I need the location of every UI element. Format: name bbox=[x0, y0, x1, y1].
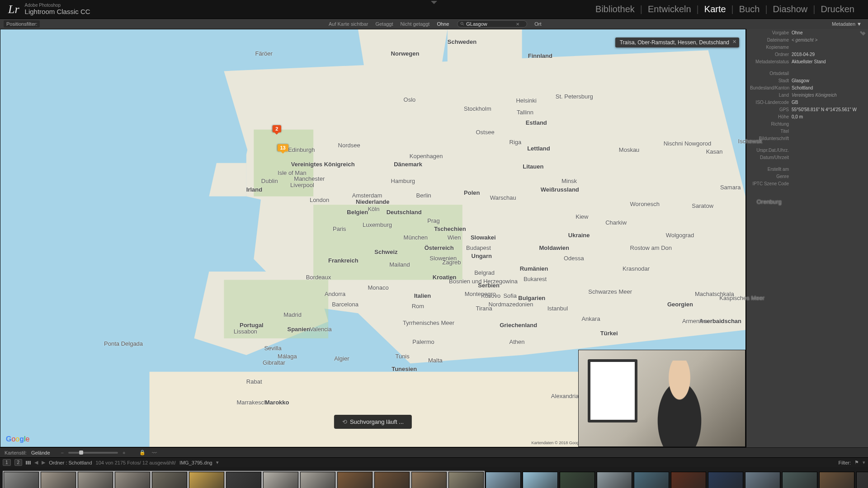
module-entwickeln[interactable]: Entwickeln bbox=[642, 4, 697, 14]
clear-search-icon[interactable]: ✕ bbox=[516, 22, 519, 27]
metadata-field[interactable]: MetadatenstatusAktuellster Stand bbox=[746, 58, 868, 65]
metadata-key: GPS bbox=[750, 107, 792, 112]
module-diashow[interactable]: Diashow bbox=[768, 4, 813, 14]
metadata-field[interactable]: Datum/Uhrzeit bbox=[746, 154, 868, 161]
map-pin[interactable]: 13 bbox=[277, 144, 288, 151]
filmstrip-thumb[interactable] bbox=[263, 472, 298, 488]
filmstrip-thumb[interactable] bbox=[523, 472, 558, 488]
filmstrip[interactable]: • • • •• • • •• • • •• • • •• • • • bbox=[0, 467, 868, 488]
metadata-field[interactable]: Kopiename bbox=[746, 43, 868, 51]
metadata-field[interactable]: Genre bbox=[746, 173, 868, 180]
metadata-key: Kopiename bbox=[750, 45, 792, 50]
metadata-value[interactable]: GB bbox=[792, 100, 864, 105]
metadata-field[interactable]: Ordner2018-04-29 bbox=[746, 51, 868, 58]
metadata-key: Dateiname bbox=[750, 38, 792, 42]
filmstrip-thumb[interactable] bbox=[189, 472, 224, 488]
metadata-field[interactable]: Erstellt am bbox=[746, 165, 868, 173]
metadata-field[interactable]: Urspr.Dat./Uhrz. bbox=[746, 146, 868, 154]
filmstrip-thumb[interactable] bbox=[634, 472, 669, 488]
location-filter-auf-karte-sichtbar[interactable]: Auf Karte sichtbar bbox=[325, 21, 372, 27]
metadata-value[interactable]: Vereinigtes Königreich bbox=[792, 93, 864, 98]
map-search-input[interactable] bbox=[466, 21, 516, 27]
source-path[interactable]: Ordner : Schottland bbox=[49, 460, 92, 465]
metadata-value[interactable]: 0,0 m bbox=[792, 114, 864, 119]
map-search-field[interactable]: ✕ bbox=[457, 20, 527, 28]
filmstrip-thumb[interactable] bbox=[226, 472, 261, 488]
flag-filter-icon[interactable]: ⚑ bbox=[854, 460, 859, 465]
metadata-value[interactable]: 2018-04-29 bbox=[792, 52, 864, 57]
metadata-key: Titel bbox=[750, 129, 792, 134]
metadata-panel-toggle[interactable]: Metadaten ▼ bbox=[829, 21, 864, 27]
metadata-field[interactable]: Titel bbox=[746, 127, 868, 135]
search-progress-toast: ⟲Suchvorgang läuft ... bbox=[334, 415, 412, 429]
map-canvas[interactable]: 213 SchwedenFinnlandNorwegenFäröerHelsin… bbox=[0, 29, 746, 447]
metadata-field[interactable]: Höhe0,0 m bbox=[746, 113, 868, 120]
map-style-label: Kartenstil: bbox=[5, 450, 27, 455]
metadata-field[interactable]: VorgabeOhne▙ bbox=[746, 29, 868, 36]
filmstrip-thumb[interactable] bbox=[78, 472, 113, 488]
grid-view-icon[interactable] bbox=[26, 461, 31, 465]
close-icon[interactable]: ✕ bbox=[732, 39, 736, 45]
second-window-button[interactable]: 1 bbox=[3, 459, 11, 466]
metadata-field[interactable]: ISO-LändercodeGB bbox=[746, 99, 868, 106]
metadata-value[interactable]: 55°50'58.816" N 4°14'25.561" W bbox=[792, 107, 864, 112]
metadata-key: Urspr.Dat./Uhrz. bbox=[750, 148, 792, 153]
filmstrip-thumb[interactable] bbox=[115, 472, 150, 488]
filmstrip-thumb[interactable] bbox=[560, 472, 595, 488]
location-filter-nicht-getaggt[interactable]: Nicht getaggt bbox=[397, 21, 434, 27]
filmstrip-thumb[interactable]: • • • • bbox=[671, 472, 706, 488]
filmstrip-thumb[interactable] bbox=[300, 472, 335, 488]
map-pin[interactable]: 2 bbox=[273, 125, 281, 132]
metadata-value[interactable]: Ohne bbox=[792, 30, 859, 35]
filmstrip-thumb[interactable] bbox=[4, 472, 39, 488]
filmstrip-thumb[interactable] bbox=[448, 472, 484, 488]
metadata-key: Metadatenstatus bbox=[750, 59, 792, 64]
metadata-field[interactable]: Dateiname< gemischt > bbox=[746, 36, 868, 43]
metadata-field[interactable]: Richtung bbox=[746, 120, 868, 127]
tracklog-icon[interactable]: 〰 bbox=[151, 449, 158, 456]
filmstrip-thumb[interactable] bbox=[41, 472, 76, 488]
filmstrip-thumb[interactable]: • • • • bbox=[782, 472, 817, 488]
location-result-chip[interactable]: Traisa, Ober-Ramstadt, Hessen, Deutschla… bbox=[615, 38, 739, 47]
filmstrip-thumb[interactable]: • • • • bbox=[819, 472, 854, 488]
metadata-field[interactable]: Bildunterschrift bbox=[746, 135, 868, 142]
second-window-mode-button[interactable]: 2 bbox=[14, 459, 23, 466]
metadata-key: Vorgabe bbox=[750, 30, 792, 35]
map-style-value[interactable]: Gelände bbox=[31, 450, 50, 455]
filmstrip-thumb[interactable] bbox=[152, 472, 187, 488]
filmstrip-thumb[interactable]: • • • • bbox=[708, 472, 743, 488]
metadata-field[interactable]: StadtGlasgow bbox=[746, 77, 868, 84]
metadata-value[interactable]: Aktuellster Stand bbox=[792, 59, 864, 64]
location-filter-getaggt[interactable]: Getaggt bbox=[372, 21, 396, 27]
metadata-field[interactable]: IPTC Szene Code bbox=[746, 180, 868, 187]
module-bibliothek[interactable]: Bibliothek bbox=[590, 4, 640, 14]
map-toolbar: Kartenstil: Gelände − + 🔒 〰 bbox=[0, 447, 868, 457]
filmstrip-thumb[interactable] bbox=[745, 472, 780, 488]
module-buch[interactable]: Buch bbox=[734, 4, 765, 14]
filmstrip-thumb[interactable]: • • • • bbox=[597, 472, 632, 488]
filmstrip-thumb[interactable] bbox=[337, 472, 373, 488]
svg-line-1 bbox=[463, 24, 464, 26]
metadata-value[interactable]: Schottland bbox=[792, 85, 864, 90]
presenter-webcam-overlay bbox=[578, 350, 745, 447]
metadata-value[interactable]: < gemischt > bbox=[792, 38, 864, 42]
right-panel-tab-location[interactable]: Ort bbox=[532, 21, 544, 27]
metadata-field[interactable]: Bundesland/KantonSchottland bbox=[746, 84, 868, 91]
current-file: IMG_3795.dng bbox=[179, 460, 212, 465]
metadata-field[interactable]: GPS55°50'58.816" N 4°14'25.561" W bbox=[746, 106, 868, 113]
filmstrip-thumb[interactable] bbox=[374, 472, 410, 488]
filmstrip-thumb[interactable] bbox=[411, 472, 447, 488]
metadata-key: Richtung bbox=[750, 122, 792, 127]
module-drucken[interactable]: Drucken bbox=[816, 4, 860, 14]
module-karte[interactable]: Karte bbox=[699, 4, 731, 14]
metadata-value[interactable]: Glasgow bbox=[792, 78, 864, 83]
filmstrip-thumb[interactable] bbox=[856, 472, 868, 488]
filmstrip-thumb[interactable] bbox=[486, 472, 521, 488]
lock-icon[interactable]: 🔒 bbox=[139, 449, 146, 456]
location-filter-ohne[interactable]: Ohne bbox=[433, 21, 453, 27]
location-filter-bar: Positionsfilter: Auf Karte sichtbarGetag… bbox=[0, 19, 868, 29]
zoom-slider[interactable] bbox=[68, 452, 118, 454]
panel-expand-top-icon[interactable] bbox=[431, 1, 437, 4]
metadata-field[interactable]: LandVereinigtes Königreich bbox=[746, 91, 868, 99]
metadata-field[interactable]: Ortsdetail bbox=[746, 70, 868, 77]
